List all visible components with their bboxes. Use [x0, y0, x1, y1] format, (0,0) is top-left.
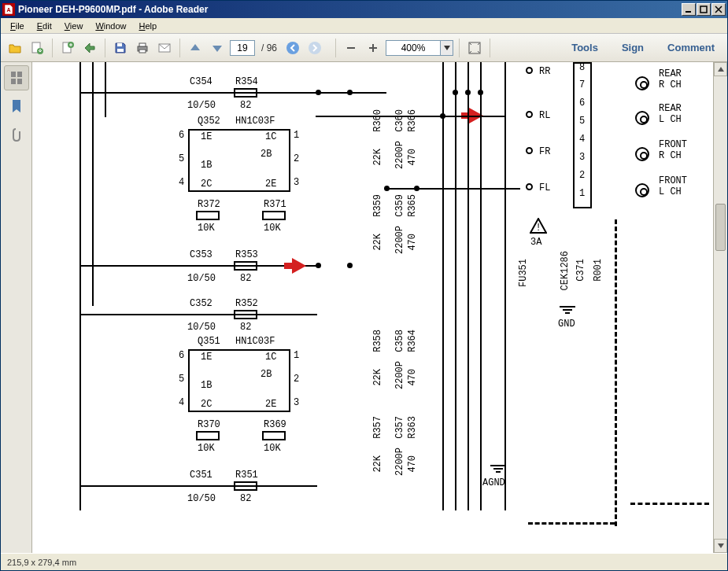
jack-rear-r [635, 76, 649, 90]
svg-rect-16 [347, 47, 355, 49]
jack-front-l [635, 183, 649, 197]
label-v82-1: 82 [240, 100, 251, 111]
email-button[interactable] [155, 39, 174, 57]
page-up-button[interactable] [186, 39, 205, 57]
fit-page-button[interactable] [465, 39, 484, 57]
adobe-reader-icon: A [2, 3, 15, 16]
document-viewport[interactable]: C354 R354 10/50 82 Q352 HN1C03F 6 5 4 [32, 62, 727, 553]
tools-panel-link[interactable]: Tools [564, 39, 606, 57]
jack-rear-l [635, 111, 649, 125]
gnd-symbol [560, 306, 575, 314]
menu-edit[interactable]: Edit [31, 20, 58, 32]
comment-panel-link[interactable]: Comment [660, 39, 722, 57]
page-total-label: / 96 [258, 42, 280, 53]
zoom-dropdown[interactable] [441, 40, 453, 56]
toolbar: / 96 Tools Sign Comment [1, 34, 727, 62]
scrollbar-thumb[interactable] [715, 204, 726, 251]
resistor-r371 [262, 211, 286, 220]
svg-rect-23 [17, 79, 22, 84]
page-number-input[interactable] [230, 40, 255, 56]
svg-rect-8 [117, 43, 122, 46]
scroll-down-button[interactable] [714, 539, 727, 553]
label-c354: C354 [190, 76, 212, 87]
label-v1050-1: 10/50 [187, 100, 216, 111]
svg-rect-2 [686, 11, 691, 13]
svg-rect-20 [11, 72, 16, 77]
open-button[interactable] [6, 39, 24, 57]
jack-front-r [635, 147, 649, 161]
menu-file[interactable]: File [4, 20, 31, 32]
svg-point-14 [286, 42, 299, 54]
sidebar [1, 62, 32, 553]
vertical-scrollbar[interactable] [713, 62, 727, 553]
statusbar: 215,9 x 279,4 mm [1, 553, 727, 570]
create-pdf-button[interactable] [58, 39, 77, 57]
zoom-in-button[interactable] [364, 39, 382, 57]
attachments-tab[interactable] [4, 122, 29, 147]
page-down-button[interactable] [208, 39, 227, 57]
minimize-button[interactable] [682, 3, 696, 16]
svg-text:A: A [6, 7, 10, 13]
close-button[interactable] [711, 3, 726, 16]
svg-rect-22 [11, 79, 16, 84]
export-button[interactable] [28, 39, 46, 57]
nav-forward-button[interactable] [305, 39, 324, 57]
svg-rect-12 [139, 50, 146, 53]
svg-rect-21 [17, 72, 22, 77]
save-button[interactable] [111, 39, 130, 57]
zoom-input[interactable] [386, 40, 441, 56]
svg-rect-3 [700, 6, 707, 13]
print-button[interactable] [133, 39, 152, 57]
label-r372: R372 [198, 199, 220, 210]
menu-view[interactable]: View [58, 20, 90, 32]
menu-help[interactable]: Help [133, 20, 164, 32]
menu-window[interactable]: Window [89, 20, 132, 32]
sign-panel-link[interactable]: Sign [614, 39, 652, 57]
label-hn1c03f-1: HN1C03F [235, 116, 275, 127]
svg-rect-18 [372, 44, 374, 52]
red-arrow-1 [292, 258, 306, 274]
svg-rect-9 [117, 49, 124, 52]
svg-rect-11 [139, 43, 146, 46]
scroll-up-button[interactable] [714, 62, 727, 76]
svg-text:!: ! [535, 223, 541, 234]
svg-point-15 [309, 42, 321, 54]
menubar: File Edit View Window Help [1, 18, 727, 34]
label-q352: Q352 [198, 116, 220, 127]
zoom-out-button[interactable] [342, 39, 360, 57]
thumbnails-tab[interactable] [4, 65, 29, 90]
nav-back-button[interactable] [283, 39, 302, 57]
document-page: C354 R354 10/50 82 Q352 HN1C03F 6 5 4 [32, 62, 713, 553]
warning-icon: ! [530, 218, 547, 234]
schematic-diagram: C354 R354 10/50 82 Q352 HN1C03F 6 5 4 [32, 62, 713, 553]
share-button[interactable] [80, 39, 99, 57]
bookmarks-tab[interactable] [4, 94, 29, 119]
label-r371: R371 [264, 199, 286, 210]
resistor-r372 [196, 211, 220, 220]
maximize-button[interactable] [697, 3, 711, 16]
agnd-symbol [490, 465, 506, 473]
page-dimensions: 215,9 x 279,4 mm [7, 558, 76, 567]
titlebar: A Pioneer DEH-P9600MP.pdf - Adobe Reader [1, 1, 727, 18]
label-r354: R354 [235, 76, 258, 87]
window-title: Pioneer DEH-P9600MP.pdf - Adobe Reader [18, 4, 682, 15]
